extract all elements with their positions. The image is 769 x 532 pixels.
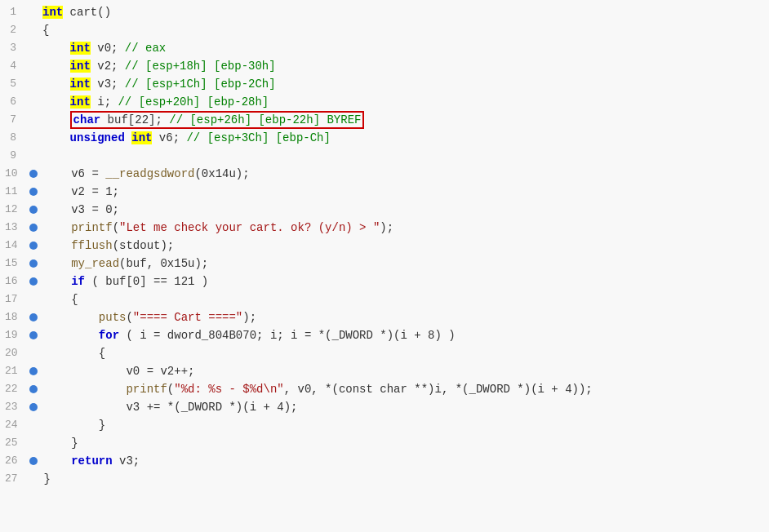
breakpoint-area[interactable] [26,403,41,411]
code-content: v0 = v2++; [41,362,769,380]
code-content: int i; // [esp+20h] [ebp-28h] [39,93,769,111]
line-number: 4 [0,57,24,75]
breakpoint-area[interactable] [26,259,41,268]
line-number: 14 [0,237,26,255]
breakpoint-area[interactable] [26,277,41,286]
breakpoint-area[interactable] [26,170,41,178]
breakpoint-dot [29,224,38,232]
line-number: 11 [0,183,26,201]
breakpoint-area[interactable] [26,457,41,465]
line-number: 9 [0,147,24,165]
breakpoint-area[interactable] [26,385,41,393]
code-content: v3 += *(_DWORD *)(i + 4); [41,398,769,416]
code-line: 20 { [0,344,769,362]
line-number: 2 [0,21,24,39]
code-line: 13 printf("Let me check your cart. ok? (… [0,219,769,237]
code-line: 27} [0,470,769,488]
line-number: 19 [0,326,26,344]
code-content: int cart() [39,3,769,21]
code-line: 16 if ( buf[0] == 121 ) [0,273,769,290]
code-line: 15 my_read(buf, 0x15u); [0,255,769,273]
breakpoint-dot [29,242,38,250]
code-line: 14 fflush(stdout); [0,237,769,255]
code-content: v2 = 1; [41,183,769,201]
code-line: 6 int i; // [esp+20h] [ebp-28h] [0,93,769,111]
line-number: 22 [0,380,26,398]
line-number: 23 [0,398,26,416]
code-line: 2{ [0,21,769,39]
code-content: } [41,434,769,452]
breakpoint-dot [29,385,38,393]
code-content: fflush(stdout); [41,237,769,255]
breakpoint-area[interactable] [26,224,41,232]
code-line: 3 int v0; // eax [0,39,769,57]
code-content: if ( buf[0] == 121 ) [41,273,769,290]
line-number: 26 [0,452,26,470]
line-number: 16 [0,273,26,290]
code-line: 17 { [0,290,769,308]
line-number: 13 [0,219,26,237]
breakpoint-area[interactable] [26,367,41,375]
code-content: puts("==== Cart ===="); [41,308,769,326]
code-content: printf("%d: %s - $%d\n", v0, *(const cha… [41,380,769,398]
line-number: 21 [0,362,26,380]
line-number: 25 [0,434,26,452]
line-number: 8 [0,129,24,147]
line-number: 6 [0,93,24,111]
code-content: my_read(buf, 0x15u); [41,255,769,273]
code-content: v6 = __readgsdword(0x14u); [41,165,769,183]
code-line: 5 int v3; // [esp+1Ch] [ebp-2Ch] [0,75,769,93]
breakpoint-area[interactable] [26,331,41,339]
breakpoint-dot [29,188,38,196]
line-number: 20 [0,344,26,362]
breakpoint-dot [29,403,38,411]
code-content: { [41,290,769,308]
breakpoint-dot [29,259,38,268]
line-number: 17 [0,290,26,308]
code-line: 12 v3 = 0; [0,201,769,219]
line-number: 5 [0,75,24,93]
code-line: 26 return v3; [0,452,769,470]
code-line: 22 printf("%d: %s - $%d\n", v0, *(const … [0,380,769,398]
code-line: 24 } [0,416,769,434]
breakpoint-area[interactable] [26,188,41,196]
breakpoint-area[interactable] [26,313,41,321]
line-number: 10 [0,165,26,183]
code-content: { [39,21,769,39]
code-line: 9 [0,147,769,165]
breakpoint-dot [29,170,38,178]
line-number: 18 [0,308,26,326]
code-viewer: 1int cart()2{3 int v0; // eax4 int v2; /… [0,0,769,532]
breakpoint-dot [29,277,38,286]
breakpoint-dot [29,206,38,214]
breakpoint-dot [29,367,38,375]
line-number: 24 [0,416,26,434]
code-content: int v0; // eax [39,39,769,57]
code-content: int v2; // [esp+18h] [ebp-30h] [39,57,769,75]
code-content: char buf[22]; // [esp+26h] [ebp-22h] BYR… [39,111,769,129]
code-content: unsigned int v6; // [esp+3Ch] [ebp-Ch] [39,129,769,147]
breakpoint-dot [29,313,38,321]
code-line: 18 puts("==== Cart ===="); [0,308,769,326]
code-line: 25 } [0,434,769,452]
line-number: 12 [0,201,26,219]
breakpoint-dot [29,331,38,339]
code-content: v3 = 0; [41,201,769,219]
code-line: 1int cart() [0,3,769,21]
code-line: 11 v2 = 1; [0,183,769,201]
code-content: printf("Let me check your cart. ok? (y/n… [41,219,769,237]
line-number: 3 [0,39,24,57]
breakpoint-area[interactable] [26,242,41,250]
code-line: 7 char buf[22]; // [esp+26h] [ebp-22h] B… [0,111,769,129]
code-content: return v3; [41,452,769,470]
code-line: 10 v6 = __readgsdword(0x14u); [0,165,769,183]
code-line: 21 v0 = v2++; [0,362,769,380]
code-line: 4 int v2; // [esp+18h] [ebp-30h] [0,57,769,75]
code-content: int v3; // [esp+1Ch] [ebp-2Ch] [39,75,769,93]
line-number: 1 [0,3,24,21]
code-line: 23 v3 += *(_DWORD *)(i + 4); [0,398,769,416]
code-content: { [41,344,769,362]
line-number: 27 [0,470,26,488]
breakpoint-area[interactable] [26,206,41,214]
code-content: } [41,416,769,434]
